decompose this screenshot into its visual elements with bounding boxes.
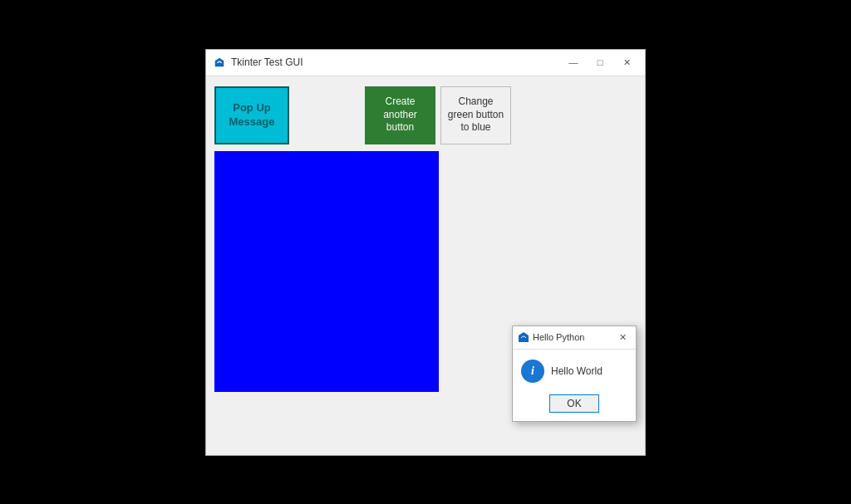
app-icon	[213, 56, 226, 69]
modal-close-button[interactable]: ✕	[614, 330, 631, 345]
create-another-button[interactable]: Create another button	[365, 86, 435, 144]
maximize-button[interactable]: □	[588, 54, 612, 71]
window-title: Tkinter Test GUI	[231, 56, 562, 68]
main-window: Tkinter Test GUI — □ ✕ Pop Up Message Cr…	[205, 49, 646, 456]
info-icon: i	[521, 360, 544, 383]
modal-title: Hello Python	[533, 332, 614, 342]
window-controls: — □ ✕	[562, 54, 638, 71]
modal-title-bar: Hello Python ✕	[513, 326, 636, 350]
close-button[interactable]: ✕	[615, 54, 638, 71]
change-color-button[interactable]: Change green button to blue	[440, 86, 511, 144]
blue-rectangle	[214, 151, 439, 392]
popup-message-button[interactable]: Pop Up Message	[214, 86, 289, 144]
hello-python-dialog: Hello Python ✕ i Hello World OK	[512, 325, 637, 422]
button-row: Pop Up Message Create another button Cha…	[206, 76, 645, 151]
title-bar: Tkinter Test GUI — □ ✕	[206, 50, 645, 76]
modal-message: Hello World	[551, 365, 603, 377]
modal-footer: OK	[513, 389, 636, 421]
modal-body: i Hello World	[513, 350, 636, 389]
ok-button[interactable]: OK	[549, 394, 598, 413]
modal-app-icon	[518, 331, 529, 343]
minimize-button[interactable]: —	[562, 54, 585, 71]
window-content: Pop Up Message Create another button Cha…	[206, 76, 645, 455]
